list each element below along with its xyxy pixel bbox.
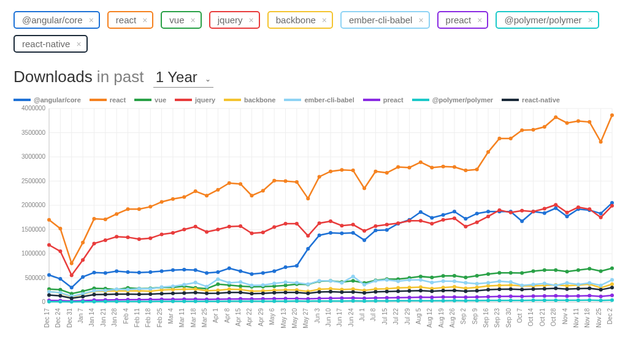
series-point [565, 298, 569, 302]
series-point [408, 219, 412, 222]
legend-item-angular[interactable]: @angular/core [13, 96, 81, 104]
svg-text:Nov 11: Nov 11 [573, 308, 580, 328]
series-point [442, 218, 445, 222]
package-tag-polymer[interactable]: @polymer/polymer× [496, 11, 599, 29]
series-point [373, 170, 377, 173]
legend-item-react[interactable]: react [90, 96, 126, 104]
package-tag-ember[interactable]: ember-cli-babel× [340, 11, 430, 29]
series-point [92, 289, 96, 292]
series-point [554, 294, 557, 298]
series-point [385, 223, 389, 227]
svg-text:Sep 16: Sep 16 [483, 308, 489, 328]
series-point [216, 291, 220, 295]
series-point [137, 292, 141, 296]
close-icon[interactable]: × [477, 15, 482, 25]
series-point [453, 289, 456, 292]
series-point [464, 169, 467, 172]
series-point [497, 208, 501, 212]
series-point [599, 295, 603, 298]
svg-text:500000: 500000 [25, 275, 46, 281]
close-icon[interactable]: × [142, 15, 147, 25]
time-range-select[interactable]: 1 Year ⌄ [153, 69, 213, 88]
series-point [261, 292, 265, 295]
package-tag-backbone[interactable]: backbone× [267, 11, 333, 29]
series-point [554, 298, 557, 302]
series-point [318, 290, 321, 294]
series-point [115, 235, 118, 238]
package-tag-jquery[interactable]: jquery× [209, 11, 260, 29]
svg-text:2000000: 2000000 [21, 202, 45, 208]
series-point [565, 214, 569, 218]
series-point [509, 287, 513, 291]
series-point [284, 281, 288, 284]
series-point [216, 300, 220, 303]
svg-text:Apr 22: Apr 22 [246, 308, 253, 327]
series-point [272, 226, 276, 229]
series-point [81, 258, 85, 262]
series-point [554, 115, 557, 119]
package-tag-native[interactable]: react-native× [13, 35, 88, 53]
close-icon[interactable]: × [89, 15, 94, 25]
package-tag-angular[interactable]: @angular/core× [13, 11, 100, 29]
series-point [509, 271, 513, 275]
series-point [419, 295, 423, 299]
series-point [295, 180, 299, 184]
series-point [610, 294, 614, 297]
series-point [543, 294, 546, 298]
series-point [205, 292, 209, 295]
series-point [408, 299, 412, 303]
package-tag-react[interactable]: react× [107, 11, 154, 29]
series-point [228, 287, 231, 291]
package-tag-label: backbone [276, 15, 316, 25]
close-icon[interactable]: × [322, 15, 327, 25]
series-point [239, 182, 242, 186]
series-point [453, 165, 456, 169]
series-point [171, 197, 175, 201]
series-point [47, 300, 51, 303]
series-point [486, 295, 490, 298]
svg-text:Feb 4: Feb 4 [123, 308, 129, 324]
legend-item-jquery[interactable]: jquery [175, 96, 215, 104]
close-icon[interactable]: × [418, 15, 423, 25]
package-tag-preact[interactable]: preact× [437, 11, 489, 29]
series-point [385, 228, 389, 232]
close-icon[interactable]: × [76, 39, 81, 49]
close-icon[interactable]: × [249, 15, 254, 25]
series-point [171, 268, 175, 272]
svg-text:Jan 28: Jan 28 [111, 308, 118, 327]
svg-text:0: 0 [42, 298, 45, 305]
legend-item-ember[interactable]: ember-cli-babel [284, 96, 354, 104]
legend-item-preact[interactable]: preact [363, 96, 404, 104]
series-point [497, 295, 501, 298]
series-point [373, 279, 377, 282]
legend-swatch [134, 99, 151, 101]
series-point [284, 284, 288, 287]
legend-item-backbone[interactable]: backbone [224, 96, 275, 104]
series-point [362, 186, 366, 190]
legend-item-polymer[interactable]: @polymer/polymer [412, 96, 493, 104]
series-point [475, 289, 479, 292]
series-point [137, 207, 141, 211]
close-icon[interactable]: × [588, 15, 593, 25]
series-point [588, 298, 591, 302]
series-point [464, 281, 467, 284]
series-point [509, 280, 513, 284]
series-point [47, 290, 51, 294]
series-point [351, 169, 355, 172]
close-icon[interactable]: × [191, 15, 196, 25]
svg-text:Jun 10: Jun 10 [325, 308, 332, 327]
series-point [250, 284, 253, 287]
legend-item-native[interactable]: react-native [502, 96, 560, 104]
series-point [228, 181, 231, 185]
series-point [306, 247, 310, 251]
series-point [306, 197, 310, 200]
series-point [430, 222, 434, 226]
series-point [442, 295, 445, 299]
legend-item-vue[interactable]: vue [134, 96, 166, 104]
chart-svg: 0500000100000015000002000000250000030000… [13, 105, 617, 350]
series-point [453, 216, 456, 220]
package-tag-vue[interactable]: vue× [161, 11, 201, 29]
package-tag-row: @angular/core×react×vue×jquery×backbone×… [13, 11, 615, 53]
legend-swatch [502, 99, 519, 101]
package-tag-label: @polymer/polymer [504, 15, 581, 25]
